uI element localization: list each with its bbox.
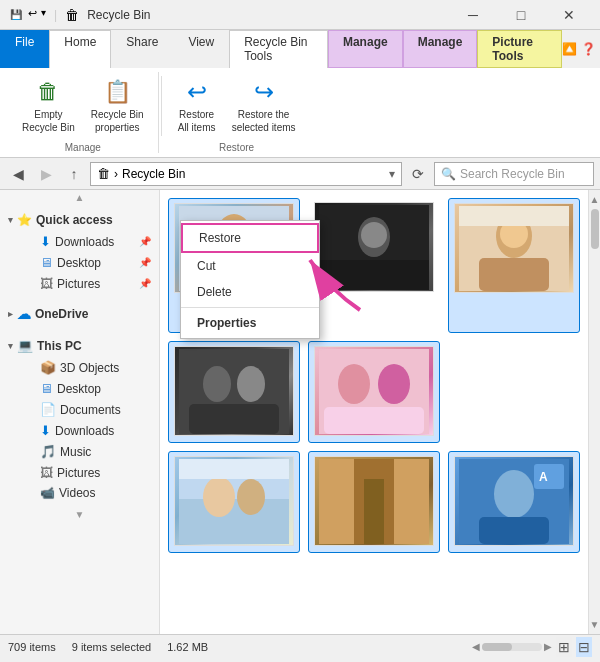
restore-selected-icon: ↪: [248, 76, 280, 108]
dropdown-icon[interactable]: ▾: [41, 7, 46, 23]
thumb-item-3[interactable]: [448, 198, 580, 333]
view-details-button[interactable]: ⊟: [576, 637, 592, 657]
close-button[interactable]: ✕: [546, 0, 592, 30]
sidebar-quick-access-header[interactable]: ▾ ⭐ Quick access: [0, 209, 159, 231]
svg-rect-31: [319, 459, 354, 544]
recycle-bin-properties-button[interactable]: 📋 Recycle Binproperties: [85, 72, 150, 138]
thumb-img-2: [314, 202, 434, 292]
tab-picture-tools[interactable]: Picture Tools: [477, 30, 562, 68]
quick-save-icon[interactable]: 💾: [8, 7, 24, 23]
ribbon-restore-items: ↩ RestoreAll items ↪ Restore theselected…: [172, 72, 302, 138]
restore-selected-label: Restore theselected items: [232, 108, 296, 134]
up-button[interactable]: ↑: [62, 162, 86, 186]
title-bar: 💾 ↩ ▾ | 🗑 Recycle Bin ─ □ ✕: [0, 0, 600, 30]
context-menu-properties[interactable]: Properties: [181, 310, 319, 336]
horizontal-scrollbar[interactable]: ◀ ▶: [472, 637, 552, 657]
status-bar: 709 items 9 items selected 1.62 MB ◀ ▶ ⊞…: [0, 634, 600, 658]
forward-button[interactable]: ▶: [34, 162, 58, 186]
thumb-item-4[interactable]: [168, 341, 300, 443]
scrollbar-right[interactable]: ▲ ▼: [588, 190, 600, 634]
address-path[interactable]: 🗑 › Recycle Bin ▾: [90, 162, 402, 186]
empty-recycle-bin-button[interactable]: 🗑 EmptyRecycle Bin: [16, 72, 81, 138]
quick-access-label: Quick access: [36, 213, 113, 227]
sidebar-thispc-header[interactable]: ▾ 💻 This PC: [0, 334, 159, 357]
sidebar-scroll-up[interactable]: ▲: [0, 190, 159, 205]
thispc-label: This PC: [37, 339, 82, 353]
selected-size: 1.62 MB: [167, 641, 208, 653]
context-menu-delete[interactable]: Delete: [181, 279, 319, 305]
restore-selected-items-button[interactable]: ↪ Restore theselected items: [226, 72, 302, 138]
sidebar-scroll-down[interactable]: ▼: [0, 507, 159, 522]
sidebar-item-pictures-quick[interactable]: 🖼 Pictures 📌: [24, 273, 159, 294]
sidebar-item-downloads[interactable]: ⬇ Downloads: [24, 420, 159, 441]
pictures-thispc-icon: 🖼: [40, 465, 53, 480]
svg-rect-24: [179, 499, 289, 544]
pictures-label: Pictures: [57, 466, 100, 480]
thumb-item-8[interactable]: A: [448, 451, 580, 553]
sidebar-item-desktop[interactable]: 🖥 Desktop: [24, 378, 159, 399]
context-menu-cut[interactable]: Cut: [181, 253, 319, 279]
hscroll-right[interactable]: ▶: [544, 641, 552, 652]
scroll-down-arrow[interactable]: ▼: [590, 619, 600, 630]
music-icon: 🎵: [40, 444, 56, 459]
thumb-item-5[interactable]: [308, 341, 440, 443]
context-menu-restore[interactable]: Restore: [181, 223, 319, 253]
search-box[interactable]: 🔍 Search Recycle Bin: [434, 162, 594, 186]
tab-share[interactable]: Share: [111, 30, 173, 68]
properties-icon: 📋: [101, 76, 133, 108]
undo-icon[interactable]: ↩: [28, 7, 37, 23]
view-list-button[interactable]: ⊞: [556, 637, 572, 657]
ribbon-collapse-icon[interactable]: 🔼: [562, 42, 577, 56]
sidebar-thispc-section: ▾ 💻 This PC 📦 3D Objects 🖥 Desktop 📄 Doc…: [0, 330, 159, 507]
hscroll-track[interactable]: [482, 643, 542, 651]
thumb-img-7: [314, 456, 434, 546]
thumb-item-7[interactable]: [308, 451, 440, 553]
pictures-pin-icon: 📌: [139, 278, 151, 289]
sidebar-item-desktop-quick[interactable]: 🖥 Desktop 📌: [24, 252, 159, 273]
quick-access-items: ⬇ Downloads 📌 🖥 Desktop 📌 🖼 Pictures 📌: [0, 231, 159, 294]
svg-rect-22: [324, 407, 424, 434]
sidebar-item-pictures[interactable]: 🖼 Pictures: [24, 462, 159, 483]
sidebar-item-documents[interactable]: 📄 Documents: [24, 399, 159, 420]
scroll-thumb[interactable]: [591, 209, 599, 249]
downloads-quick-label: Downloads: [55, 235, 114, 249]
sidebar-item-3d-objects[interactable]: 📦 3D Objects: [24, 357, 159, 378]
minimize-button[interactable]: ─: [450, 0, 496, 30]
documents-label: Documents: [60, 403, 121, 417]
properties-label: Recycle Binproperties: [91, 108, 144, 134]
sidebar-item-videos[interactable]: 📹 Videos: [24, 483, 159, 503]
restore-all-label: RestoreAll items: [178, 108, 216, 134]
sidebar-quick-access-section: ▾ ⭐ Quick access ⬇ Downloads 📌 🖥 Desktop…: [0, 205, 159, 298]
scroll-up-arrow[interactable]: ▲: [590, 194, 600, 205]
downloads-icon: ⬇: [40, 234, 51, 249]
help-icon[interactable]: ❓: [581, 42, 596, 56]
onedrive-expand-icon: ▸: [8, 309, 13, 319]
back-button[interactable]: ◀: [6, 162, 30, 186]
hscroll-thumb[interactable]: [482, 643, 512, 651]
thispc-icon: 💻: [17, 338, 33, 353]
main-layout: ▲ ▾ ⭐ Quick access ⬇ Downloads 📌 🖥 Deskt…: [0, 190, 600, 634]
sidebar: ▲ ▾ ⭐ Quick access ⬇ Downloads 📌 🖥 Deskt…: [0, 190, 160, 634]
sidebar-onedrive-header[interactable]: ▸ ☁ OneDrive: [0, 302, 159, 326]
tab-recycle-bin-tools[interactable]: Recycle Bin Tools: [229, 30, 328, 68]
sidebar-item-music[interactable]: 🎵 Music: [24, 441, 159, 462]
path-recycle-bin: Recycle Bin: [122, 167, 185, 181]
tab-view[interactable]: View: [173, 30, 229, 68]
thumb-item-2[interactable]: [308, 198, 440, 333]
hscroll-left[interactable]: ◀: [472, 641, 480, 652]
thumb-img-6: [174, 456, 294, 546]
tab-manage-1[interactable]: Manage: [328, 30, 403, 68]
path-dropdown-icon[interactable]: ▾: [389, 167, 395, 181]
status-bar-right: ◀ ▶ ⊞ ⊟: [472, 637, 592, 657]
svg-point-20: [338, 364, 370, 404]
tab-home[interactable]: Home: [49, 30, 111, 68]
tab-file[interactable]: File: [0, 30, 49, 68]
svg-rect-9: [319, 260, 429, 290]
tab-manage-2[interactable]: Manage: [403, 30, 478, 68]
refresh-button[interactable]: ⟳: [406, 162, 430, 186]
desktop-quick-label: Desktop: [57, 256, 101, 270]
restore-all-items-button[interactable]: ↩ RestoreAll items: [172, 72, 222, 138]
thumb-item-6[interactable]: [168, 451, 300, 553]
sidebar-item-downloads-quick[interactable]: ⬇ Downloads 📌: [24, 231, 159, 252]
maximize-button[interactable]: □: [498, 0, 544, 30]
